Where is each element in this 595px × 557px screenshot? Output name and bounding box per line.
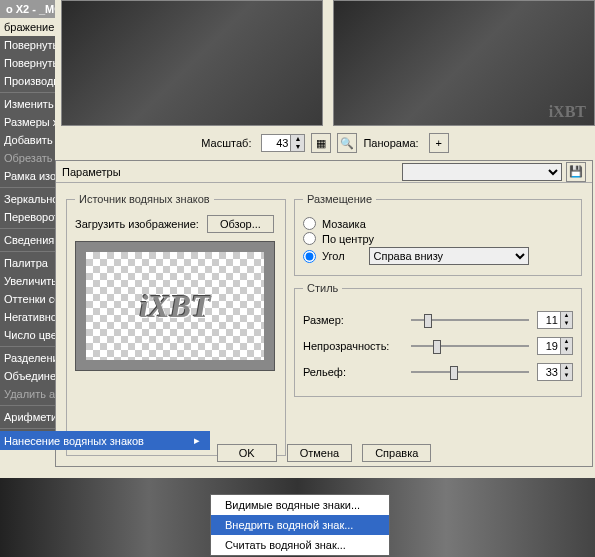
menu-item[interactable]: Сведения о	[0, 231, 55, 249]
menu-item[interactable]: Негативное	[0, 308, 55, 326]
size-numbox[interactable]: ▲▼	[537, 311, 573, 329]
radio-mosaic[interactable]	[303, 217, 316, 230]
watermark-thumbnail: iXBT	[75, 241, 275, 371]
submenu-item-visible[interactable]: Видимые водяные знаки...	[211, 495, 389, 515]
relief-label: Рельеф:	[303, 366, 403, 378]
menu-item[interactable]: Арифметич	[0, 408, 55, 426]
opacity-input[interactable]	[538, 338, 560, 354]
relief-numbox[interactable]: ▲▼	[537, 363, 573, 381]
preview-watermark: iXBT	[549, 103, 586, 121]
style-fieldset: Стиль Размер: ▲▼ Непрозрачность: ▲▼ Рель…	[294, 282, 582, 397]
menu-separator	[0, 92, 55, 93]
spin-up-icon[interactable]: ▲	[290, 135, 304, 143]
panorama-label: Панорама:	[363, 137, 418, 149]
menu-separator	[0, 405, 55, 406]
panorama-add-button[interactable]: +	[429, 133, 449, 153]
radio-corner[interactable]	[303, 250, 316, 263]
menu-separator	[0, 428, 55, 429]
parameters-panel: Параметры 💾 Источник водяных знаков Загр…	[55, 160, 593, 467]
menu-item[interactable]: Разделение	[0, 349, 55, 367]
panel-title: Параметры	[62, 166, 121, 178]
preview-original	[61, 0, 323, 126]
opacity-slider[interactable]	[411, 336, 529, 356]
save-preset-button[interactable]: 💾	[566, 162, 586, 182]
image-menu: бражение Повернуть Повернуть Производн И…	[0, 18, 55, 450]
source-fieldset: Источник водяных знаков Загрузить изобра…	[66, 193, 286, 456]
placement-fieldset: Размещение Мозаика По центру Угол Справа…	[294, 193, 582, 276]
size-label: Размер:	[303, 314, 403, 326]
relief-slider[interactable]	[411, 362, 529, 382]
menu-item[interactable]: Производн	[0, 72, 55, 90]
opacity-label: Непрозрачность:	[303, 340, 403, 352]
menu-item[interactable]: Оттенки се	[0, 290, 55, 308]
help-button[interactable]: Справка	[362, 444, 431, 462]
menu-item[interactable]: Изменить р	[0, 95, 55, 113]
load-image-label: Загрузить изображение:	[75, 218, 199, 230]
scale-spinner[interactable]: ▲▼	[261, 134, 305, 152]
source-legend: Источник водяных знаков	[75, 193, 214, 205]
size-slider[interactable]	[411, 310, 529, 330]
watermark-submenu: Видимые водяные знаки... Внедрить водяно…	[210, 494, 390, 556]
menu-item[interactable]: Повернуть	[0, 54, 55, 72]
zoom-button[interactable]: 🔍	[337, 133, 357, 153]
corner-select[interactable]: Справа внизу	[369, 247, 529, 265]
menu-item-label: Нанесение водяных знаков	[4, 435, 144, 447]
size-input[interactable]	[538, 312, 560, 328]
watermark-text: iXBT	[139, 288, 210, 325]
radio-center[interactable]	[303, 232, 316, 245]
menu-separator	[0, 228, 55, 229]
scale-input[interactable]	[262, 137, 290, 149]
submenu-item-read[interactable]: Считать водяной знак...	[211, 535, 389, 555]
submenu-item-embed[interactable]: Внедрить водяной знак...	[211, 515, 389, 535]
menu-separator	[0, 346, 55, 347]
menu-item[interactable]: Число цвет	[0, 326, 55, 344]
cancel-button[interactable]: Отмена	[287, 444, 352, 462]
ok-button[interactable]: OK	[217, 444, 277, 462]
preview-row: iXBT	[55, 0, 595, 126]
menu-item[interactable]: Добавить г	[0, 131, 55, 149]
submenu-arrow-icon: ▸	[194, 434, 200, 447]
browse-button[interactable]: Обзор...	[207, 215, 274, 233]
menu-item[interactable]: Размеры хо	[0, 113, 55, 131]
preview-result: iXBT	[333, 0, 595, 126]
menu-item[interactable]: Объединен	[0, 367, 55, 385]
placement-legend: Размещение	[303, 193, 376, 205]
menu-header: бражение	[0, 18, 55, 36]
menu-separator	[0, 251, 55, 252]
menu-item[interactable]: Переворот	[0, 208, 55, 226]
menu-item[interactable]: Рамка изоб	[0, 167, 55, 185]
spin-down-icon[interactable]: ▼	[290, 143, 304, 151]
fit-window-button[interactable]: ▦	[311, 133, 331, 153]
menu-item[interactable]: Обрезать п	[0, 149, 55, 167]
preset-select[interactable]	[402, 163, 562, 181]
menu-item[interactable]: Повернуть	[0, 36, 55, 54]
menu-item[interactable]: Удалить ал	[0, 385, 55, 403]
menu-item[interactable]: Палитра	[0, 254, 55, 272]
style-legend: Стиль	[303, 282, 342, 294]
scale-toolbar: Масштаб: ▲▼ ▦ 🔍 Панорама: +	[55, 130, 595, 156]
menu-item[interactable]: Зеркальное	[0, 190, 55, 208]
menu-item[interactable]: Увеличить	[0, 272, 55, 290]
radio-center-label: По центру	[322, 233, 374, 245]
menu-separator	[0, 187, 55, 188]
floppy-icon: 💾	[569, 165, 583, 178]
radio-corner-label: Угол	[322, 250, 345, 262]
opacity-numbox[interactable]: ▲▼	[537, 337, 573, 355]
menu-item-watermark[interactable]: Нанесение водяных знаков ▸	[0, 431, 210, 450]
relief-input[interactable]	[538, 364, 560, 380]
radio-mosaic-label: Мозаика	[322, 218, 366, 230]
panel-header: Параметры 💾	[56, 161, 592, 183]
scale-label: Масштаб:	[201, 137, 251, 149]
